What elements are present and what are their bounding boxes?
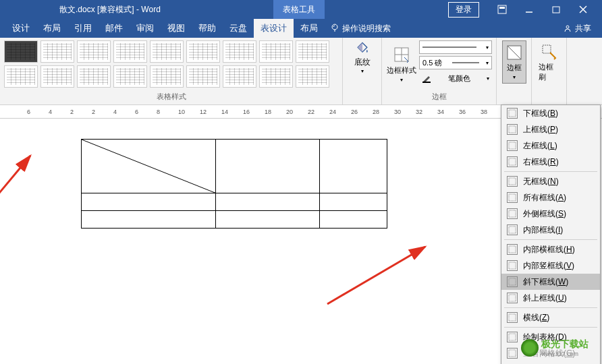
pen-color-button[interactable]: 笔颜色 ▾ bbox=[419, 71, 492, 85]
table-styles-gallery[interactable] bbox=[4, 40, 338, 88]
ribbon-options-icon[interactable] bbox=[489, 0, 516, 19]
group-border-brush: 边框刷 bbox=[532, 38, 567, 104]
border-type-icon bbox=[507, 124, 518, 135]
border-type-icon bbox=[507, 332, 518, 342]
watermark-text: 极光下载站 bbox=[541, 338, 589, 351]
border-type-icon bbox=[507, 293, 518, 303]
border-menu-item[interactable]: 斜下框线(W) bbox=[501, 274, 600, 290]
style-thumb[interactable] bbox=[40, 40, 74, 63]
ruler-mark: 14 bbox=[221, 109, 228, 115]
style-thumb[interactable] bbox=[77, 65, 111, 88]
group-borders-settings: 边框样式 ▾ ▾ 0.5 磅 ▾ 笔颜色 ▾ 边框 bbox=[382, 38, 497, 104]
ruler-mark: 2 bbox=[92, 109, 95, 115]
style-thumb[interactable] bbox=[113, 40, 147, 63]
border-menu-item[interactable]: 上框线(P) bbox=[501, 121, 600, 138]
border-style-button[interactable]: 边框样式 ▾ bbox=[386, 40, 416, 88]
border-menu-item[interactable]: 内部横框线(H) bbox=[501, 241, 600, 257]
table-cell[interactable] bbox=[320, 193, 387, 211]
ribbon-tab[interactable]: 帮助 bbox=[192, 19, 223, 38]
tellme-search[interactable]: 操作说明搜索 bbox=[330, 23, 391, 34]
table-cell[interactable] bbox=[216, 193, 320, 211]
borders-dropdown-button[interactable]: 边框 ▾ bbox=[502, 40, 526, 84]
style-thumb[interactable] bbox=[186, 40, 220, 63]
border-menu-item[interactable]: 所有框线(A) bbox=[501, 189, 600, 206]
style-thumb[interactable] bbox=[186, 65, 220, 88]
style-thumb[interactable] bbox=[259, 65, 293, 88]
document-table[interactable] bbox=[81, 139, 387, 229]
ruler-mark: 32 bbox=[416, 109, 422, 115]
ruler-mark: 4 bbox=[113, 109, 117, 115]
maximize-icon[interactable] bbox=[543, 0, 570, 19]
ribbon-tab[interactable]: 表设计 bbox=[254, 19, 294, 38]
border-menu-item[interactable]: 外侧框线(S) bbox=[501, 206, 600, 222]
border-menu-item[interactable]: 下框线(B) bbox=[501, 105, 600, 121]
shading-button[interactable]: 底纹 ▾ bbox=[349, 40, 376, 74]
svg-rect-33 bbox=[509, 350, 516, 357]
border-type-icon bbox=[507, 224, 518, 235]
table-cell[interactable] bbox=[82, 211, 216, 229]
border-menu-item[interactable]: 内部框线(I) bbox=[501, 222, 600, 238]
group-label: 边框 bbox=[386, 92, 492, 102]
menu-item-label: 斜下框线(W) bbox=[523, 276, 568, 288]
border-menu-item[interactable]: 内部竖框线(V) bbox=[501, 257, 600, 274]
style-thumb[interactable] bbox=[296, 40, 329, 63]
close-icon[interactable] bbox=[570, 0, 597, 19]
svg-line-18 bbox=[327, 247, 425, 304]
minimize-icon[interactable] bbox=[516, 0, 543, 19]
share-button[interactable]: 共享 bbox=[563, 23, 597, 34]
style-thumb[interactable] bbox=[296, 65, 329, 88]
watermark: 极光下载站 www.xz7.com bbox=[521, 338, 589, 357]
style-thumb[interactable] bbox=[77, 40, 111, 63]
svg-rect-29 bbox=[509, 278, 516, 285]
svg-point-6 bbox=[566, 26, 569, 28]
svg-rect-31 bbox=[509, 314, 516, 321]
ruler-mark: 28 bbox=[373, 109, 379, 115]
ruler-mark: 30 bbox=[394, 109, 401, 115]
border-type-icon bbox=[507, 348, 518, 359]
border-menu-item[interactable]: 斜上框线(U) bbox=[501, 290, 600, 306]
annotation-arrow bbox=[324, 240, 432, 307]
svg-rect-27 bbox=[509, 246, 516, 253]
table-cell[interactable] bbox=[82, 193, 216, 211]
border-painter-button[interactable]: 边框刷 bbox=[536, 40, 562, 85]
style-thumb[interactable] bbox=[150, 40, 184, 63]
login-button[interactable]: 登录 bbox=[448, 2, 479, 18]
border-weight-selector[interactable]: 0.5 磅 ▾ bbox=[419, 56, 492, 69]
style-thumb[interactable] bbox=[113, 65, 147, 88]
ribbon-tab[interactable]: 视图 bbox=[161, 19, 192, 38]
table-cell[interactable] bbox=[320, 211, 387, 229]
border-menu-item[interactable]: 右框线(R) bbox=[501, 154, 600, 170]
style-thumb[interactable] bbox=[4, 65, 38, 88]
table-cell[interactable] bbox=[216, 140, 320, 193]
ribbon-tab[interactable]: 布局 bbox=[294, 19, 325, 38]
style-thumb[interactable] bbox=[223, 65, 256, 88]
border-menu-item[interactable]: 无框线(N) bbox=[501, 173, 600, 189]
style-thumb[interactable] bbox=[4, 40, 38, 63]
border-menu-item[interactable]: 横线(Z) bbox=[501, 309, 600, 326]
ribbon-tab[interactable]: 邮件 bbox=[99, 19, 130, 38]
style-thumb[interactable] bbox=[223, 40, 256, 63]
style-thumb[interactable] bbox=[259, 40, 293, 63]
menu-item-label: 上框线(P) bbox=[523, 124, 558, 135]
table-cell[interactable] bbox=[320, 140, 387, 193]
style-thumb[interactable] bbox=[150, 65, 184, 88]
svg-rect-19 bbox=[509, 110, 516, 117]
document-title: 散文.docx [兼容模式] - Word bbox=[59, 4, 161, 16]
svg-line-16 bbox=[82, 140, 217, 193]
menu-item-label: 横线(Z) bbox=[523, 312, 549, 324]
style-thumb[interactable] bbox=[40, 65, 74, 88]
context-tab-table-tools[interactable]: 表格工具 bbox=[273, 0, 325, 19]
menu-item-label: 斜上框线(U) bbox=[523, 293, 567, 304]
ribbon-tab[interactable]: 布局 bbox=[36, 19, 67, 38]
ribbon-tab[interactable]: 引用 bbox=[67, 19, 99, 38]
table-cell-diagonal[interactable] bbox=[82, 140, 216, 193]
ribbon-tab[interactable]: 设计 bbox=[5, 19, 36, 38]
table-cell[interactable] bbox=[216, 211, 320, 229]
ribbon-tab[interactable]: 审阅 bbox=[130, 19, 161, 38]
border-menu-item[interactable]: 左框线(L) bbox=[501, 138, 600, 154]
svg-rect-23 bbox=[509, 178, 516, 185]
svg-rect-3 bbox=[553, 7, 559, 13]
ribbon-tab[interactable]: 云盘 bbox=[223, 19, 254, 38]
border-line-style-selector[interactable]: ▾ bbox=[419, 40, 492, 54]
border-type-icon bbox=[507, 108, 518, 119]
